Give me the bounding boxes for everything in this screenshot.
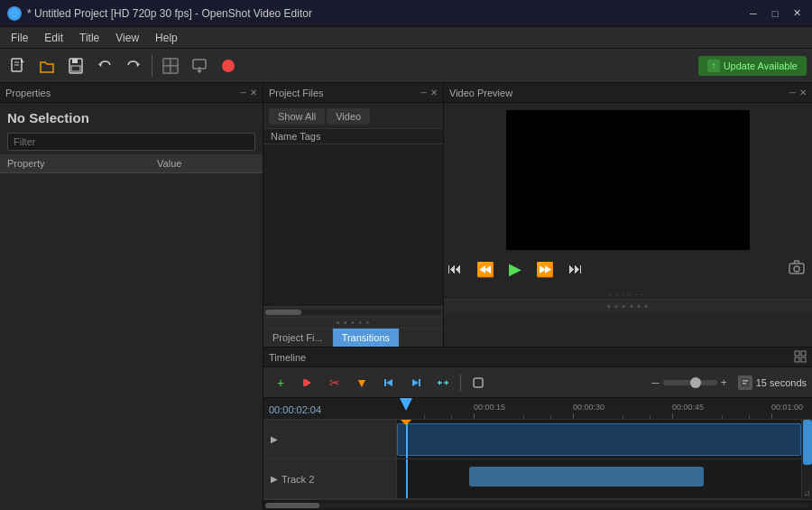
track-1-expand[interactable]: ▶ [271,434,278,444]
menu-title[interactable]: Title [72,30,106,46]
svg-point-17 [222,60,235,72]
h-scroll-track-timeline[interactable] [265,503,810,508]
h-scroll-thumb-timeline[interactable] [265,503,319,508]
properties-minimize-icon[interactable]: ─ [240,88,246,97]
screenshot-button[interactable] [789,260,805,278]
timeline-prev-button[interactable] [377,371,401,394]
timeline-zoom-area: ─ + [651,376,727,389]
playhead-timecode: 00:00:02:04 [269,404,321,415]
properties-panel: Properties ─ ✕ No Selection Property Val… [0,83,263,510]
timeline-back-button[interactable] [296,371,319,394]
track-1-label: ▶ [263,420,397,459]
new-button[interactable] [5,53,31,79]
playhead-ruler-indicator [406,398,412,411]
right-section: Project Files ─ ✕ Show All Video Name Ta… [263,83,812,510]
timeline-cut-button[interactable]: ✂ [323,371,346,394]
menu-view[interactable]: View [108,30,146,46]
seconds-label: 15 seconds [756,377,807,388]
close-button[interactable]: ✕ [789,5,805,22]
timeline-center-button[interactable] [431,371,455,394]
fast-forward-end-button[interactable]: ⏭ [565,259,586,279]
top-panels: Project Files ─ ✕ Show All Video Name Ta… [263,83,812,347]
minimize-button[interactable]: ─ [745,5,761,22]
zoom-out-icon: ─ [651,376,660,389]
files-content-area [263,144,443,306]
menu-edit[interactable]: Edit [37,30,70,46]
undo-button[interactable] [92,53,117,79]
h-scroll-track[interactable] [265,310,441,315]
track-2-expand[interactable]: ▶ [271,474,278,484]
update-button[interactable]: ↑ Update Available [698,56,807,76]
timeline-clip-button[interactable] [466,371,490,394]
zoom-thumb[interactable] [690,377,701,388]
timeline-add-button[interactable]: + [269,371,292,394]
properties-panel-title: Properties [5,88,51,98]
svg-marker-7 [98,62,102,67]
rewind-button[interactable]: ⏪ [473,259,498,280]
video-bottom-dots: • • • • • • [444,299,812,313]
timeline-resize-icon [794,350,807,365]
open-button[interactable] [34,53,60,79]
bottom-tab-transitions[interactable]: Transitions [333,329,400,347]
menu-help[interactable]: Help [148,30,185,46]
track-1-clip[interactable] [397,423,801,456]
bottom-tabs: Project Fi... Transitions [263,328,443,347]
drag-divider: • • • • • [263,317,443,328]
zoom-slider[interactable] [663,380,717,385]
filter-input[interactable] [7,133,255,151]
project-files-close-icon[interactable]: ✕ [430,88,438,97]
toolbar: ↑ Update Available [0,49,812,83]
video-screen [506,110,750,250]
name-tags-header: Name Tags [263,128,443,144]
tab-video[interactable]: Video [327,108,370,125]
v-scroll-thumb[interactable] [803,420,812,465]
svg-rect-38 [743,380,748,382]
svg-point-21 [794,266,799,272]
export-button[interactable] [187,53,212,79]
svg-rect-22 [795,351,799,356]
play-button[interactable]: ▶ [505,257,525,281]
timeline-scrollbar-h[interactable] [263,499,812,510]
value-col-header: Value [150,154,263,173]
properties-close-icon[interactable]: ✕ [250,88,257,97]
track-2-label: ▶ Track 2 [263,459,397,498]
rewind-start-button[interactable]: ⏮ [444,259,466,279]
app-icon [7,6,22,21]
toolbar-separator-1 [152,55,152,77]
window-title: * Untitled Project [HD 720p 30 fps] - Op… [27,7,740,20]
title-bar: * Untitled Project [HD 720p 30 fps] - Op… [0,0,812,27]
properties-panel-icons: ─ ✕ [240,88,257,97]
svg-marker-35 [446,380,448,385]
timeline-header: Timeline [263,348,812,367]
svg-rect-12 [163,66,171,73]
no-selection-label: No Selection [0,103,263,129]
menu-file[interactable]: File [4,30,35,46]
track-row-1: ▶ [263,420,812,459]
record-button[interactable] [216,53,241,79]
svg-rect-24 [795,357,799,362]
video-preview-close-icon[interactable]: ✕ [799,88,807,97]
project-files-minimize-icon[interactable]: ─ [420,88,427,97]
files-scrollbar-h[interactable] [263,306,443,317]
seconds-display: 15 seconds [738,376,807,390]
resize-handle[interactable]: ⊿ [803,487,810,497]
h-scroll-thumb[interactable] [265,310,301,315]
video-preview-minimize-icon[interactable]: ─ [789,88,796,97]
svg-rect-30 [419,379,420,386]
maximize-button[interactable]: □ [767,5,783,22]
redo-button[interactable] [121,53,146,79]
svg-marker-34 [438,380,440,385]
timeline-next-button[interactable] [404,371,428,394]
timeline-down-button[interactable]: ▼ [350,371,374,394]
properties-panel-header: Properties ─ ✕ [0,83,263,103]
fast-forward-button[interactable]: ⏩ [532,259,558,280]
timeline-tracks-container: ▶ ▶ [263,420,812,499]
video-preview-panel-header: Video Preview ─ ✕ [444,83,812,103]
svg-rect-28 [384,379,386,386]
tab-show-all[interactable]: Show All [269,108,325,125]
svg-rect-23 [801,351,806,356]
bottom-tab-project-files[interactable]: Project Fi... [263,329,333,347]
save-button[interactable] [63,53,88,79]
track-2-clip[interactable] [469,467,704,487]
import-button[interactable] [158,53,183,79]
